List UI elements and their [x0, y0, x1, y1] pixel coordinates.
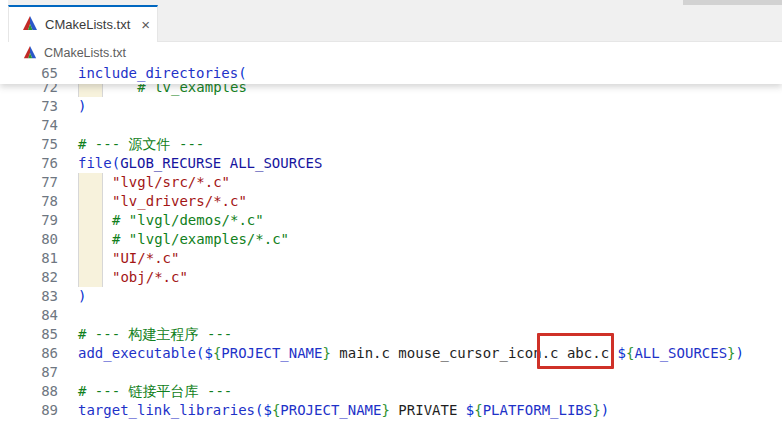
- code-line: 83): [0, 287, 782, 306]
- code-line: 80# "lvgl/examples/*.c": [0, 230, 782, 249]
- code-token: PLATFORM_LIBS: [483, 402, 593, 418]
- code-token: add_executable: [78, 345, 196, 361]
- code-text: "lv_drivers/*.c": [78, 192, 247, 211]
- code-text: # --- 构建主程序 ---: [78, 325, 232, 344]
- code-token: PROJECT_NAME: [221, 345, 322, 361]
- line-number: 80: [0, 230, 58, 249]
- code-text: # --- 链接平台库 ---: [78, 382, 232, 401]
- code-editor[interactable]: 65 include_directories( 72 # lv_examples…: [0, 64, 782, 445]
- line-number: 77: [0, 173, 58, 192]
- code-lines: 72 # lv_examples73)7475# --- 源文件 ---76fi…: [0, 78, 782, 420]
- code-line: 78"lv_drivers/*.c": [0, 192, 782, 211]
- code-text: # "lvgl/demos/*.c": [78, 211, 264, 230]
- line-number: 74: [0, 116, 58, 135]
- line-number: 65: [0, 64, 58, 83]
- line-number: 82: [0, 268, 58, 287]
- indent-guide: [78, 268, 112, 287]
- code-token: }: [381, 402, 389, 418]
- code-token: main.c mouse_cursor_icon.c abc.c: [331, 345, 618, 361]
- code-token: # "lvgl/examples/*.c": [112, 231, 289, 247]
- code-token: target_link_libraries: [78, 402, 255, 418]
- code-token: # "lvgl/demos/*.c": [112, 212, 264, 228]
- code-token: PRIVATE: [390, 402, 466, 418]
- code-token: "obj/*.c": [112, 269, 188, 285]
- code-token: (: [112, 155, 120, 171]
- cmake-logo-icon: [23, 45, 37, 62]
- code-text: file(GLOB_RECURSE ALL_SOURCES: [78, 154, 322, 173]
- cmake-logo-icon: [22, 15, 38, 34]
- indent-guide: [78, 173, 112, 192]
- code-line: 74: [0, 116, 782, 135]
- code-token: ): [601, 402, 609, 418]
- code-line: 85# --- 构建主程序 ---: [0, 325, 782, 344]
- code-text: "obj/*.c": [78, 268, 188, 287]
- code-token: {: [474, 402, 482, 418]
- indent-guide: [78, 192, 112, 211]
- code-token: $: [263, 402, 271, 418]
- code-token: include_directories: [78, 65, 238, 81]
- code-token: }: [727, 345, 735, 361]
- code-line: 88# --- 链接平台库 ---: [0, 382, 782, 401]
- code-line: 81"UI/*.c": [0, 249, 782, 268]
- line-number: 73: [0, 97, 58, 116]
- code-text: ): [78, 287, 86, 306]
- line-number: 75: [0, 135, 58, 154]
- line-number: 89: [0, 401, 58, 420]
- code-text: "lvgl/src/*.c": [78, 173, 230, 192]
- code-line: 79# "lvgl/demos/*.c": [0, 211, 782, 230]
- sticky-code-text: include_directories(: [78, 64, 247, 83]
- line-number: 81: [0, 249, 58, 268]
- code-token: file: [78, 155, 112, 171]
- code-token: PROJECT_NAME: [280, 402, 381, 418]
- code-token: (: [238, 65, 246, 81]
- line-number: 76: [0, 154, 58, 173]
- code-token: $: [466, 402, 474, 418]
- code-token: ): [736, 345, 744, 361]
- code-token: # --- 构建主程序 ---: [78, 326, 232, 342]
- indent-guide: [78, 249, 112, 268]
- code-line: 73): [0, 97, 782, 116]
- code-token: "lvgl/src/*.c": [112, 174, 230, 190]
- code-text: ): [78, 97, 86, 116]
- indent-guide: [78, 211, 112, 230]
- code-token: # --- 链接平台库 ---: [78, 383, 232, 399]
- code-text: # --- 源文件 ---: [78, 135, 204, 154]
- code-line: 87: [0, 363, 782, 382]
- tab-bar: CMakeLists.txt ×: [0, 0, 782, 42]
- sticky-scroll-line[interactable]: 65 include_directories(: [0, 64, 782, 84]
- code-line: 82"obj/*.c": [0, 268, 782, 287]
- code-token: "lv_drivers/*.c": [112, 193, 247, 209]
- code-token: $: [204, 345, 212, 361]
- code-line: 89target_link_libraries(${PROJECT_NAME} …: [0, 401, 782, 420]
- code-token: ): [78, 98, 86, 114]
- line-number: 88: [0, 382, 58, 401]
- code-token: $: [618, 345, 626, 361]
- code-line: 84: [0, 306, 782, 325]
- breadcrumb-file[interactable]: CMakeLists.txt: [44, 46, 126, 60]
- line-number: 79: [0, 211, 58, 230]
- line-number: 84: [0, 306, 58, 325]
- code-token: ): [78, 288, 86, 304]
- line-number: 86: [0, 344, 58, 363]
- line-number: 78: [0, 192, 58, 211]
- window-edge-strip: [683, 0, 782, 5]
- tab-label: CMakeLists.txt: [45, 17, 130, 32]
- tab-cmakelists[interactable]: CMakeLists.txt ×: [8, 5, 158, 42]
- code-text: # "lvgl/examples/*.c": [78, 230, 289, 249]
- tabbar-left-gap: [0, 0, 8, 42]
- code-text: "UI/*.c": [78, 249, 179, 268]
- line-number: 83: [0, 287, 58, 306]
- code-token: }: [322, 345, 330, 361]
- code-line: 76file(GLOB_RECURSE ALL_SOURCES: [0, 154, 782, 173]
- indent-guide: [78, 230, 112, 249]
- line-number: 87: [0, 363, 58, 382]
- code-token: ALL_SOURCES: [634, 345, 727, 361]
- tab-close-icon[interactable]: ×: [141, 17, 150, 32]
- code-line: 77"lvgl/src/*.c": [0, 173, 782, 192]
- code-token: }: [592, 402, 600, 418]
- code-token: # --- 源文件 ---: [78, 136, 204, 152]
- code-line: 86add_executable(${PROJECT_NAME} main.c …: [0, 344, 782, 363]
- code-token: "UI/*.c": [112, 250, 179, 266]
- code-line: 75# --- 源文件 ---: [0, 135, 782, 154]
- code-text: add_executable(${PROJECT_NAME} main.c mo…: [78, 344, 744, 363]
